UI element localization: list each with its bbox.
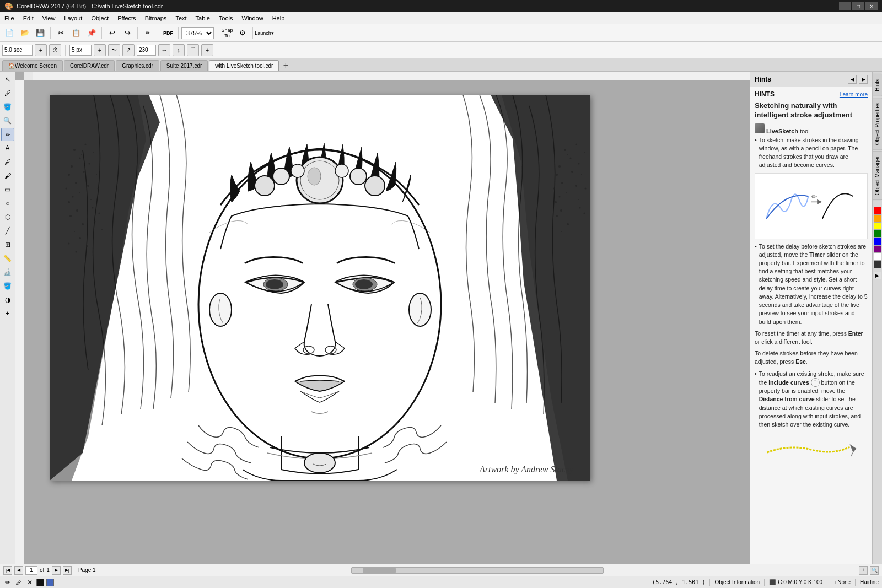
- livesketch-button[interactable]: ✏: [141, 26, 155, 40]
- flip-button[interactable]: ↔: [158, 44, 170, 56]
- plus-button[interactable]: +: [1, 307, 14, 320]
- size-inc-button[interactable]: +: [94, 44, 106, 56]
- stroke-color-swatch[interactable]: [46, 579, 54, 586]
- cut-button[interactable]: ✂: [53, 26, 68, 40]
- smooth-button[interactable]: 〜: [108, 44, 120, 56]
- right-tab-object-properties[interactable]: Object Properties: [872, 98, 882, 150]
- menu-tools[interactable]: Tools: [214, 12, 238, 24]
- color-green[interactable]: [874, 230, 881, 238]
- menu-object[interactable]: Object: [87, 12, 113, 24]
- pen-tool[interactable]: 🖋: [1, 155, 14, 169]
- settings-button[interactable]: ⚙: [235, 26, 250, 40]
- menu-table[interactable]: Table: [191, 12, 214, 24]
- close-button[interactable]: ✕: [865, 2, 878, 10]
- paste-button[interactable]: 📌: [84, 26, 99, 40]
- svg-point-49: [76, 251, 77, 253]
- brush-tool[interactable]: 🖌: [1, 169, 14, 182]
- menu-layout[interactable]: Layout: [60, 12, 87, 24]
- color-purple[interactable]: [874, 245, 881, 253]
- color-dark[interactable]: [874, 261, 881, 268]
- redo-button[interactable]: ↪: [120, 26, 135, 40]
- color-red[interactable]: [874, 207, 881, 214]
- first-page-button[interactable]: |◀: [3, 566, 12, 575]
- menu-window[interactable]: Window: [238, 12, 268, 24]
- size-input[interactable]: [69, 45, 92, 56]
- restore-button[interactable]: □: [852, 2, 864, 10]
- horizontal-scrollbar[interactable]: [351, 567, 603, 574]
- angle-input[interactable]: [137, 45, 156, 56]
- undo-button[interactable]: ↩: [105, 26, 119, 40]
- livesketch-tool[interactable]: ✏: [1, 128, 14, 141]
- prop-sep1: [65, 45, 66, 56]
- pdf-button[interactable]: PDF: [161, 26, 175, 40]
- tab-coreldraw[interactable]: CorelDRAW.cdr: [64, 60, 115, 71]
- color-yellow[interactable]: [874, 222, 881, 230]
- menu-text[interactable]: Text: [171, 12, 191, 24]
- transparency-tool[interactable]: ◑: [1, 293, 14, 306]
- prev-page-button[interactable]: ◀: [14, 566, 23, 575]
- menu-bitmaps[interactable]: Bitmaps: [141, 12, 171, 24]
- svg-point-26: [89, 163, 90, 165]
- tab-suite[interactable]: Suite 2017.cdr: [160, 60, 208, 71]
- eyedropper-tool[interactable]: 🔬: [1, 266, 14, 279]
- current-page-input[interactable]: [25, 566, 37, 575]
- zoom-tool[interactable]: 🔍: [1, 114, 14, 127]
- timer-inc-button[interactable]: +: [35, 44, 47, 56]
- expand-palette-button[interactable]: ▶: [874, 272, 881, 279]
- line-tool[interactable]: ╱: [1, 224, 14, 238]
- measure-tool[interactable]: 📏: [1, 252, 14, 265]
- scroll-thumb[interactable]: [363, 568, 396, 573]
- timer-input[interactable]: [2, 45, 33, 56]
- color-orange[interactable]: [874, 214, 881, 222]
- delete-mode-button[interactable]: ✕: [25, 578, 34, 587]
- menu-effects[interactable]: Effects: [113, 12, 140, 24]
- color-blue[interactable]: [874, 238, 881, 245]
- svg-point-4: [308, 168, 321, 185]
- freehand-tool[interactable]: 🖊: [1, 87, 14, 100]
- new-button[interactable]: 📄: [2, 26, 17, 40]
- fill-color-swatch[interactable]: [36, 579, 44, 586]
- hints-nav-left[interactable]: ◀: [848, 75, 857, 84]
- text-tool[interactable]: A: [1, 142, 14, 155]
- polygon-tool[interactable]: ⬡: [1, 211, 14, 224]
- zoom-select[interactable]: 375%: [181, 27, 214, 39]
- angle-button[interactable]: ↗: [122, 44, 135, 56]
- color-white[interactable]: [874, 253, 881, 261]
- next-page-button[interactable]: ▶: [52, 566, 61, 575]
- flip-v-button[interactable]: ↕: [173, 44, 185, 56]
- last-page-button[interactable]: ▶|: [63, 566, 72, 575]
- fill-tool[interactable]: 🪣: [1, 279, 14, 293]
- connector-tool[interactable]: ⊞: [1, 238, 14, 251]
- snap-to-button[interactable]: Snap To: [220, 26, 234, 40]
- smart-fill-tool[interactable]: 🪣: [1, 100, 14, 114]
- menu-view[interactable]: View: [38, 12, 60, 24]
- pick-tool[interactable]: ↖: [1, 73, 14, 86]
- ellipse-tool[interactable]: ○: [1, 197, 14, 210]
- open-button[interactable]: 📂: [18, 26, 32, 40]
- tab-graphics[interactable]: Graphics.cdr: [116, 60, 159, 71]
- new-tab-button[interactable]: +: [280, 60, 291, 71]
- edit-mode-button[interactable]: 🖊: [14, 578, 23, 587]
- menu-help[interactable]: Help: [268, 12, 289, 24]
- copy-button[interactable]: 📋: [69, 26, 83, 40]
- add-button[interactable]: +: [201, 44, 213, 56]
- learn-more-link[interactable]: Learn more: [840, 91, 868, 98]
- menu-edit[interactable]: Edit: [19, 12, 38, 24]
- add-page-button[interactable]: +: [859, 566, 868, 575]
- canvas-content[interactable]: Artwork by Andrew Stacey: [33, 89, 750, 564]
- curves-button[interactable]: ⌒: [187, 44, 199, 56]
- color-palette-strip[interactable]: [874, 207, 881, 268]
- right-tab-hints[interactable]: Hints: [872, 74, 882, 96]
- save-button[interactable]: 💾: [33, 26, 47, 40]
- rectangle-tool[interactable]: ▭: [1, 183, 14, 196]
- tab-livesketch[interactable]: with LiveSketch tool.cdr: [209, 60, 279, 71]
- timer-watch-button[interactable]: ⏱: [49, 44, 61, 56]
- minimize-button[interactable]: —: [839, 2, 851, 10]
- tab-welcome[interactable]: 🏠 Welcome Screen: [2, 60, 63, 71]
- hints-nav-right[interactable]: ▶: [859, 75, 868, 84]
- launch-button[interactable]: Launch: [256, 26, 270, 40]
- right-tab-object-manager[interactable]: Object Manager: [872, 151, 882, 200]
- zoom-in-button[interactable]: 🔍: [870, 566, 879, 575]
- draw-mode-button[interactable]: ✏: [3, 578, 12, 587]
- menu-file[interactable]: File: [0, 12, 19, 24]
